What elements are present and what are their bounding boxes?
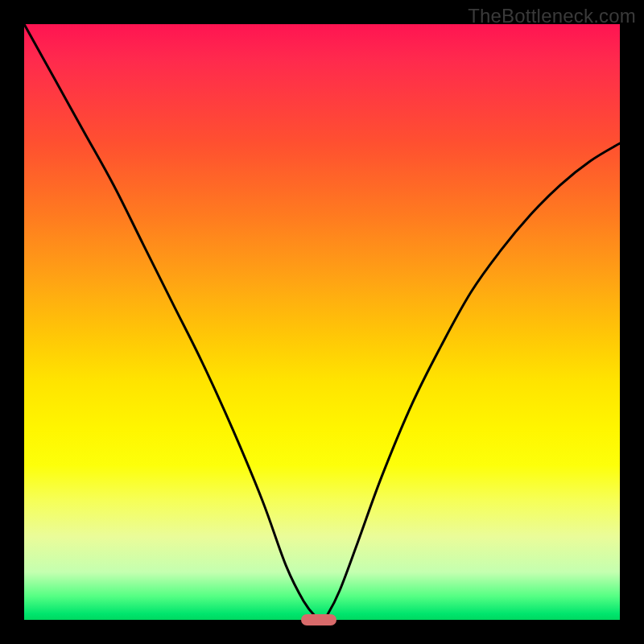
bottleneck-curve (24, 24, 620, 620)
optimal-marker (301, 614, 336, 625)
curve-svg (24, 24, 620, 620)
chart-frame: TheBottleneck.com (0, 0, 644, 644)
plot-area (24, 24, 620, 620)
